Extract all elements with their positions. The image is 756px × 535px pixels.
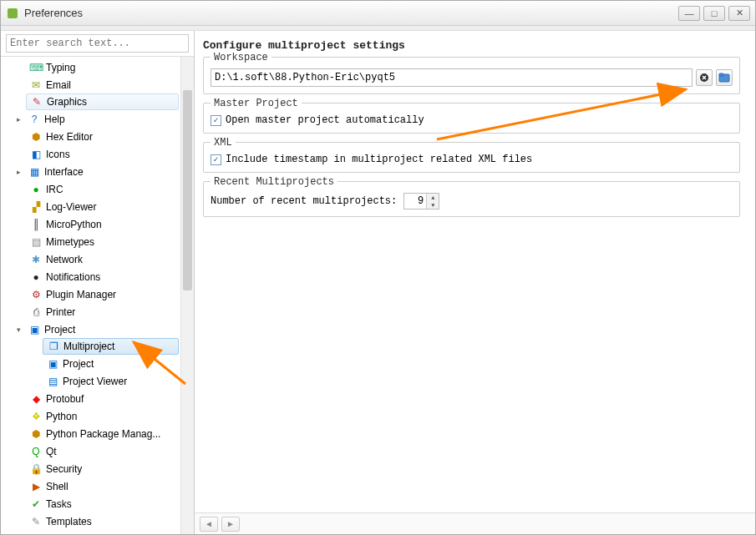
tree-item-label: Translator [46, 533, 91, 535]
nav-back-button[interactable]: ◄ [200, 517, 218, 532]
shell-icon: ▶ [29, 480, 43, 493]
plugin-manager-icon: ⚙ [29, 288, 43, 301]
python-package-manag--icon: ⬢ [29, 427, 43, 441]
tree-item[interactable]: ✔Tasks [1, 495, 194, 512]
translator-icon: ⚑ [29, 532, 43, 535]
xml-group-label: XML [211, 137, 236, 149]
spin-down-button[interactable]: ▼ [427, 201, 439, 209]
tree-item[interactable]: ║MicroPython [1, 215, 194, 233]
tree-item[interactable]: ⎙Printer [1, 303, 194, 320]
tree-item[interactable]: 🔒Security [1, 460, 194, 477]
chevron-right-icon[interactable]: ▸ [13, 115, 24, 124]
search-input[interactable] [6, 34, 189, 53]
include-timestamp-checkbox[interactable]: ✓ Include timestamp in multiproject rela… [211, 154, 733, 165]
tree-item[interactable]: ⌨Typing [1, 58, 194, 76]
chevron-down-icon[interactable]: ▾ [13, 326, 24, 334]
svg-rect-3 [719, 73, 723, 76]
tree-item[interactable]: ◧Icons [1, 145, 194, 163]
tree-item[interactable]: ◆Protobuf [1, 390, 194, 407]
workspace-group: Workspace [203, 57, 740, 94]
tree-item[interactable]: ●Notifications [1, 268, 194, 285]
tree-item[interactable]: ▸?Help [1, 110, 194, 128]
tree-item-label: Shell [46, 481, 68, 492]
security-icon: 🔒 [29, 462, 43, 476]
tree-item[interactable]: ❖Python [1, 407, 194, 425]
tree-item[interactable]: ✎Templates [1, 512, 194, 530]
tree-item-label: Email [46, 79, 71, 91]
tree-item-label: Graphics [47, 96, 87, 108]
maximize-button[interactable]: □ [703, 6, 725, 21]
tree-child-item[interactable]: ❐Multiproject [43, 338, 179, 355]
workspace-group-label: Workspace [211, 52, 271, 63]
page-title: Configure multiproject settings [203, 38, 740, 57]
tree-item-label: Tasks [46, 498, 72, 510]
tree-item[interactable]: ▸▦Interface [1, 163, 194, 180]
mimetypes-icon: ▤ [29, 235, 43, 249]
tree-item[interactable]: ✉Email [1, 76, 194, 93]
tree-item-label: Log-Viewer [46, 201, 96, 213]
hex-editor-icon: ⬢ [29, 130, 43, 144]
clear-workspace-button[interactable] [696, 69, 713, 86]
nav-forward-button[interactable]: ► [221, 517, 240, 532]
recent-count-input[interactable] [404, 194, 426, 209]
tree-scrollbar-thumb[interactable] [183, 90, 192, 290]
tree-item[interactable]: ✎Graphics [26, 93, 179, 110]
chevron-right-icon[interactable]: ▸ [13, 168, 24, 176]
log-viewer-icon: ▞ [29, 200, 43, 214]
window-title: Preferences [24, 7, 83, 19]
graphics-icon: ✎ [30, 95, 43, 109]
checkmark-icon: ✓ [211, 115, 221, 126]
tree-item-label: Project [44, 324, 75, 336]
tree-item-label: Project [63, 358, 94, 370]
workspace-path-input[interactable] [211, 68, 693, 87]
tree-item-label: Icons [46, 149, 70, 160]
checkmark-icon: ✓ [211, 154, 221, 165]
tree-child-item[interactable]: ▣Project [1, 355, 194, 372]
folder-open-icon [718, 73, 730, 83]
micropython-icon: ║ [29, 218, 43, 231]
typing-icon: ⌨ [29, 61, 43, 74]
tree-item[interactable]: ⬢Python Package Manag... [1, 425, 194, 442]
tree-item[interactable]: ▶Shell [1, 477, 194, 495]
recent-multiprojects-group: Recent Multiprojects Number of recent mu… [203, 181, 740, 217]
tree-item[interactable]: ●IRC [1, 180, 194, 198]
master-project-group: Master Project ✓ Open master project aut… [203, 103, 740, 134]
browse-workspace-button[interactable] [716, 69, 733, 86]
multiproject-icon: ❐ [47, 340, 60, 353]
spin-up-button[interactable]: ▲ [427, 194, 439, 201]
dialog-body: ⌨Typing✉Email✎Graphics▸?Help⬢Hex Editor◧… [1, 31, 755, 534]
tree-item[interactable]: ▤Mimetypes [1, 233, 194, 250]
templates-icon: ✎ [29, 515, 43, 528]
python-icon: ❖ [29, 410, 43, 423]
project-icon: ▣ [28, 323, 41, 336]
tree-item-label: Qt [46, 446, 57, 457]
close-button[interactable]: ✕ [728, 6, 750, 21]
tree-item-label: Interface [44, 166, 84, 178]
project-viewer-icon: ▤ [46, 375, 59, 388]
tree-item-label: MicroPython [46, 219, 102, 230]
tree-scrollbar[interactable] [180, 57, 194, 534]
minimize-button[interactable]: — [678, 6, 700, 21]
include-timestamp-label: Include timestamp in multiproject relate… [226, 154, 532, 165]
preferences-window: Preferences — □ ✕ ⌨Typing✉Email✎Graphics… [0, 0, 756, 535]
tree-item[interactable]: ▞Log-Viewer [1, 198, 194, 215]
tree-item-label: Multiproject [63, 341, 114, 352]
tree-item[interactable]: ⚑Translator [1, 530, 194, 534]
icons-icon: ◧ [29, 148, 43, 161]
network-icon: ✱ [29, 253, 43, 266]
master-project-group-label: Master Project [211, 98, 302, 109]
recent-count-spinner[interactable]: ▲ ▼ [403, 193, 439, 209]
open-master-automatically-checkbox[interactable]: ✓ Open master project automatically [211, 114, 733, 126]
tree-item[interactable]: ⚙Plugin Manager [1, 285, 194, 303]
tree-item-label: Protobuf [46, 393, 84, 405]
category-tree[interactable]: ⌨Typing✉Email✎Graphics▸?Help⬢Hex Editor◧… [1, 57, 194, 534]
tree-item-label: IRC [46, 184, 63, 195]
tree-item[interactable]: QQt [1, 442, 194, 460]
tree-item-label: Python Package Manag... [46, 428, 160, 440]
project-icon: ▣ [46, 357, 59, 371]
tree-item[interactable]: ▾▣Project [1, 320, 194, 338]
tree-child-item[interactable]: ▤Project Viewer [1, 372, 194, 390]
tree-item[interactable]: ⬢Hex Editor [1, 128, 194, 145]
tree-item[interactable]: ✱Network [1, 250, 194, 268]
tree-item-label: Project Viewer [63, 376, 127, 387]
